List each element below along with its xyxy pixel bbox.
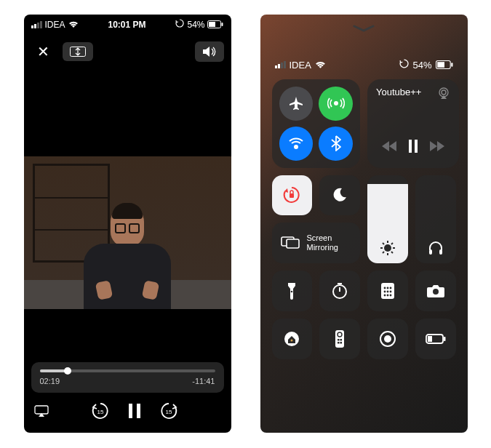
svg-rect-59 [428, 336, 432, 342]
flashlight-button[interactable] [272, 271, 313, 311]
svg-line-25 [391, 252, 393, 253]
svg-rect-7 [137, 404, 140, 418]
scrubber-thumb[interactable] [64, 367, 71, 375]
svg-rect-10 [437, 62, 444, 68]
timer-button[interactable] [319, 271, 360, 311]
video-frame[interactable] [24, 156, 231, 309]
volume-button[interactable] [195, 41, 224, 62]
prev-track-button[interactable] [382, 141, 396, 153]
sync-icon [175, 19, 184, 30]
brightness-slider[interactable] [367, 175, 408, 264]
now-playing-module[interactable]: Youtube++ [367, 79, 459, 168]
svg-rect-54 [340, 342, 343, 344]
remaining-time: -11:41 [192, 377, 215, 385]
svg-point-48 [291, 339, 293, 341]
signal-icon [31, 21, 42, 28]
svg-rect-29 [439, 249, 442, 255]
status-bar: IDEA 10:01 PM 54% [24, 15, 231, 34]
svg-rect-51 [338, 339, 340, 341]
forward-15-button[interactable]: 15 [159, 401, 178, 423]
orientation-lock-toggle[interactable] [272, 175, 313, 216]
scrubber[interactable] [40, 369, 215, 372]
airplay-audio-icon[interactable] [437, 87, 450, 102]
calculator-button[interactable] [367, 271, 408, 311]
wifi-icon [315, 60, 326, 69]
brightness-icon [367, 240, 408, 256]
phone-right-control-center: IDEA 54% [260, 15, 468, 433]
svg-rect-6 [129, 404, 132, 418]
elapsed-time: 02:19 [40, 377, 60, 385]
rewind-15-button[interactable]: 15 [91, 401, 110, 423]
cellular-data-toggle[interactable] [319, 87, 353, 121]
close-button[interactable]: ✕ [31, 40, 55, 63]
svg-rect-18 [290, 193, 294, 198]
svg-line-24 [383, 243, 384, 244]
pause-button[interactable] [127, 403, 142, 421]
svg-line-27 [383, 252, 384, 253]
svg-point-38 [386, 287, 388, 289]
screen-mirroring-label: Screen Mirroring [307, 233, 352, 252]
next-track-button[interactable] [430, 141, 444, 153]
svg-point-19 [384, 244, 391, 252]
svg-point-40 [383, 291, 386, 293]
svg-rect-16 [409, 140, 412, 153]
svg-rect-4 [35, 406, 48, 414]
battery-pct: 54% [412, 60, 431, 71]
player-top-controls: ✕ [24, 34, 231, 69]
svg-rect-53 [338, 342, 340, 344]
svg-rect-1 [209, 22, 215, 27]
status-bar: IDEA 54% [260, 39, 468, 79]
svg-rect-11 [451, 63, 452, 66]
svg-rect-17 [415, 140, 418, 153]
svg-point-43 [383, 295, 386, 297]
airplane-mode-toggle[interactable] [279, 87, 314, 121]
svg-rect-52 [340, 339, 343, 341]
aspect-toggle-button[interactable] [63, 42, 93, 61]
do-not-disturb-toggle[interactable] [319, 175, 360, 216]
headphones-icon [415, 240, 456, 256]
volume-slider[interactable] [415, 175, 456, 264]
svg-point-12 [334, 101, 338, 105]
connectivity-module [272, 79, 361, 168]
battery-icon [436, 60, 453, 69]
home-button[interactable] [272, 319, 313, 359]
svg-text:15: 15 [166, 409, 172, 415]
screen-record-button[interactable] [367, 319, 408, 359]
svg-point-39 [389, 287, 391, 289]
svg-rect-31 [287, 239, 299, 248]
screen-mirroring-button[interactable]: Screen Mirroring [272, 223, 361, 263]
wifi-icon [68, 20, 79, 28]
svg-rect-58 [444, 337, 446, 341]
clock: 10:01 PM [108, 20, 145, 30]
battery-pct: 54% [187, 20, 204, 30]
svg-point-44 [386, 295, 388, 297]
svg-point-41 [386, 291, 388, 293]
wifi-toggle[interactable] [279, 127, 314, 161]
airplay-button[interactable] [34, 405, 49, 419]
svg-line-26 [391, 243, 393, 244]
svg-point-42 [389, 291, 391, 293]
battery-icon [207, 20, 223, 28]
svg-rect-2 [222, 23, 223, 26]
svg-point-56 [384, 335, 391, 343]
sync-icon [399, 59, 409, 71]
pause-button[interactable] [408, 140, 418, 155]
carrier-label: IDEA [290, 60, 311, 71]
carrier-label: IDEA [45, 20, 65, 30]
remote-button[interactable] [319, 319, 360, 359]
screen-mirroring-icon [281, 235, 300, 251]
svg-rect-28 [429, 249, 432, 255]
playback-controls: 02:19 -11:41 15 15 . [31, 362, 224, 423]
camera-button[interactable] [415, 271, 456, 311]
now-playing-app: Youtube++ [376, 87, 421, 97]
bluetooth-toggle[interactable] [319, 127, 353, 161]
phone-left-video-player: IDEA 10:01 PM 54% ✕ [24, 15, 231, 433]
svg-point-15 [442, 90, 446, 95]
collapse-chevron-icon[interactable] [260, 15, 468, 39]
svg-point-37 [383, 287, 386, 289]
svg-point-46 [433, 289, 439, 295]
low-power-mode-button[interactable] [415, 319, 456, 359]
svg-text:15: 15 [97, 409, 104, 415]
svg-point-45 [389, 295, 391, 297]
signal-icon [275, 61, 286, 68]
